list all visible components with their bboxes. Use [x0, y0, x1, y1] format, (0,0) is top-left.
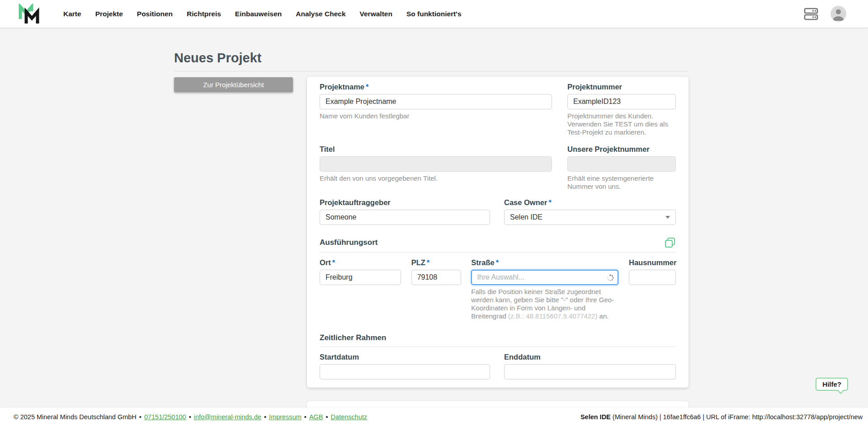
- projektauftraggeber-input[interactable]: [320, 210, 490, 225]
- chevron-down-icon: [665, 216, 670, 219]
- form-row-titel-unsere-nummer: Titel Erhält den von uns vorgegebenen Ti…: [320, 145, 676, 191]
- nav-item-verwalten[interactable]: Verwalten: [359, 7, 393, 21]
- strasse-label: Straße*: [471, 258, 618, 267]
- speech-bubble-tail: [837, 387, 844, 394]
- datenschutz-link[interactable]: Datenschutz: [331, 413, 368, 421]
- hilfe-button[interactable]: Hilfe?: [816, 378, 848, 391]
- section-divider: [320, 346, 676, 347]
- required-marker: *: [332, 258, 335, 267]
- case-owner-label: Case Owner*: [504, 198, 676, 207]
- header-right-icons: [803, 6, 846, 22]
- projektnummer-label: Projektnummer: [567, 82, 676, 91]
- required-marker: *: [496, 258, 499, 267]
- case-owner-selected-value: Selen IDE: [510, 213, 542, 221]
- unsere-projektnummer-input: [567, 156, 676, 172]
- nav-item-projekte[interactable]: Projekte: [94, 7, 124, 21]
- plz-input[interactable]: [411, 270, 461, 285]
- mineral-minds-logo-icon[interactable]: [17, 4, 41, 24]
- projektnummer-helper: Projektnummer des Kunden. Verwenden Sie …: [567, 112, 676, 136]
- footer-session-info: Selen IDE (Mineral Minds) | 16fae1ffc6a6…: [580, 413, 863, 421]
- agb-link[interactable]: AGB: [309, 413, 323, 421]
- server-stack-icon[interactable]: [803, 7, 819, 21]
- projektauftraggeber-label: Projektauftraggeber: [320, 198, 490, 207]
- ort-input[interactable]: [320, 270, 401, 285]
- separator-dot: •: [139, 413, 142, 421]
- projektname-helper: Name vom Kunden festlegbar: [320, 112, 552, 120]
- separator-dot: •: [189, 413, 191, 421]
- copyright-text: © 2025 Mineral Minds Deutschland GmbH: [14, 413, 137, 421]
- nav-item-so-funktionierts[interactable]: So funktioniert's: [406, 7, 462, 21]
- enddatum-label: Enddatum: [504, 352, 676, 361]
- titel-helper: Erhält den von uns vorgegebenen Titel.: [320, 174, 552, 183]
- form-row-datum: Startdatum Enddatum: [320, 352, 676, 379]
- titel-label: Titel: [320, 145, 552, 154]
- strasse-input[interactable]: [471, 270, 618, 285]
- footer-session-details: (Mineral Minds) | 16fae1ffc6a6 | URL of …: [611, 413, 863, 421]
- projektname-input[interactable]: [320, 94, 552, 109]
- required-marker: *: [366, 83, 368, 91]
- ausfuehrungsort-heading: Ausführungsort: [320, 238, 377, 248]
- titel-input: [320, 156, 552, 172]
- case-owner-select[interactable]: Selen IDE: [504, 210, 676, 225]
- hausnummer-input[interactable]: [629, 270, 676, 285]
- unsere-projektnummer-label: Unsere Projektnummer: [567, 145, 676, 154]
- section-ausfuehrungsort: Ausführungsort: [320, 237, 676, 248]
- new-project-form-card: Projektname* Name vom Kunden festlegbar …: [307, 77, 689, 388]
- separator-dot: •: [264, 413, 266, 421]
- page-title: Neues Projekt: [174, 51, 261, 66]
- nav-item-karte[interactable]: Karte: [62, 7, 82, 21]
- user-avatar-icon[interactable]: [830, 6, 846, 22]
- loading-spinner-icon: [607, 274, 614, 281]
- footer: © 2025 Mineral Minds Deutschland GmbH • …: [0, 407, 868, 426]
- nav-item-analyse-check[interactable]: Analyse Check: [295, 7, 346, 21]
- section-divider: [320, 252, 676, 253]
- zeitlicher-rahmen-heading: Zeitlicher Rahmen: [320, 333, 386, 343]
- form-row-adresse: Ort* PLZ* Straße* F: [320, 258, 676, 320]
- plz-label: PLZ*: [411, 258, 461, 267]
- unsere-projektnummer-helper: Erhält eine systemgenerierte Nummer von …: [567, 174, 676, 191]
- hausnummer-label: Hausnummer: [629, 258, 676, 267]
- email-link[interactable]: info@mineral-minds.de: [194, 413, 261, 421]
- required-marker: *: [427, 258, 429, 267]
- ort-label: Ort*: [320, 258, 401, 267]
- nav-item-richtpreis[interactable]: Richtpreis: [186, 7, 222, 21]
- copy-icon[interactable]: [664, 237, 676, 248]
- startdatum-input[interactable]: [320, 364, 490, 379]
- form-row-auftraggeber-caseowner: Projektauftraggeber Case Owner* Selen ID…: [320, 198, 676, 225]
- title-divider: [174, 71, 688, 71]
- zur-projektuebersicht-button[interactable]: Zur Projektübersicht: [174, 77, 293, 92]
- section-zeitlicher-rahmen: Zeitlicher Rahmen: [320, 333, 676, 343]
- phone-link[interactable]: 07151/250100: [144, 413, 186, 421]
- projektnummer-input[interactable]: [567, 94, 676, 109]
- nav-item-positionen[interactable]: Positionen: [136, 7, 174, 21]
- enddatum-input[interactable]: [504, 364, 676, 379]
- required-marker: *: [548, 198, 551, 206]
- footer-user-name: Selen IDE: [580, 413, 611, 421]
- startdatum-label: Startdatum: [320, 352, 490, 361]
- top-navigation-bar: Karte Projekte Positionen Richtpreis Ein…: [0, 0, 868, 28]
- strasse-helper: Falls die Position keiner Straße zugeord…: [471, 288, 618, 320]
- form-row-name-nummer: Projektname* Name vom Kunden festlegbar …: [320, 82, 676, 136]
- main-nav: Karte Projekte Positionen Richtpreis Ein…: [62, 7, 462, 21]
- nav-item-einbauweisen[interactable]: Einbauweisen: [234, 7, 283, 21]
- hilfe-label: Hilfe?: [822, 380, 841, 388]
- footer-left: © 2025 Mineral Minds Deutschland GmbH • …: [14, 413, 367, 421]
- separator-dot: •: [326, 413, 328, 421]
- separator-dot: •: [304, 413, 307, 421]
- projektname-label: Projektname*: [320, 82, 552, 91]
- impressum-link[interactable]: Impressum: [269, 413, 302, 421]
